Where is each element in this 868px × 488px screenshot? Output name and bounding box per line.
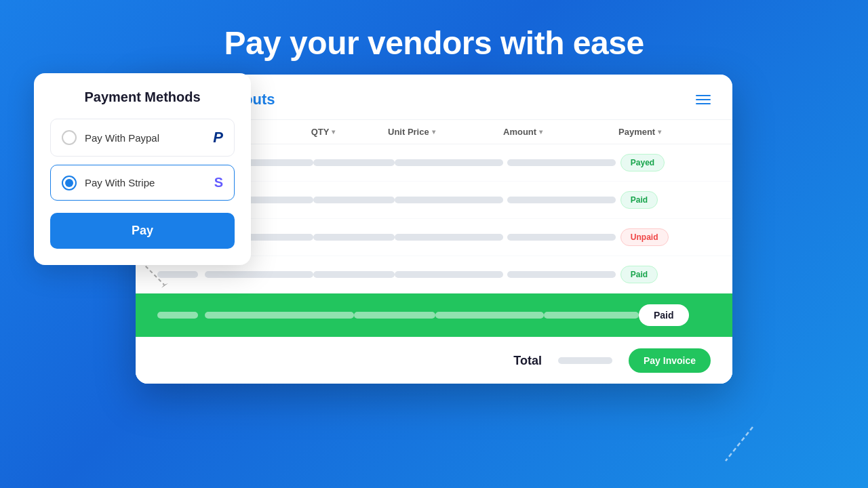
skeleton — [354, 312, 435, 319]
payment-methods-card: Payment Methods Pay With Paypal P Pay Wi… — [34, 73, 251, 265]
status-badge-paid: Paid — [639, 304, 689, 326]
menu-line-1 — [696, 95, 711, 96]
skeleton — [544, 312, 639, 319]
status-badge: Paid — [620, 266, 658, 283]
skeleton — [395, 234, 503, 241]
skeleton — [313, 197, 395, 203]
skeleton — [313, 234, 395, 241]
skeleton — [507, 159, 616, 166]
total-skeleton — [558, 357, 612, 364]
skeleton — [395, 159, 503, 166]
highlighted-table-row: Paid — [136, 293, 732, 338]
stripe-option-label: Pay With Stripe — [85, 177, 155, 188]
total-row: Total Pay Invoice — [136, 338, 732, 384]
skeleton — [313, 271, 395, 278]
skeleton — [395, 271, 503, 278]
skeleton — [435, 312, 544, 319]
paypal-option[interactable]: Pay With Paypal P — [50, 119, 235, 157]
total-label: Total — [513, 354, 542, 368]
skeleton — [507, 234, 616, 241]
status-badge: Paid — [620, 191, 658, 209]
skeleton — [507, 197, 616, 203]
skeleton — [205, 312, 354, 319]
paypal-option-label: Pay With Paypal — [85, 132, 159, 144]
paypal-icon: P — [213, 129, 223, 146]
skeleton — [205, 271, 313, 278]
menu-icon[interactable] — [696, 95, 711, 104]
pay-invoice-button[interactable]: Pay Invoice — [629, 348, 711, 373]
stripe-icon: S — [214, 175, 223, 190]
col-header-payment[interactable]: Payment ▾ — [618, 127, 711, 137]
hero-title: Pay your vendors with ease — [0, 0, 868, 62]
stripe-radio-inner — [65, 179, 73, 187]
status-badge: Payed — [620, 154, 665, 171]
skeleton — [313, 159, 395, 166]
stripe-option[interactable]: Pay With Stripe S — [50, 165, 235, 201]
col-header-qty[interactable]: QTY ▾ — [311, 127, 388, 137]
skeleton — [507, 271, 616, 278]
skeleton — [395, 197, 503, 203]
skeleton — [157, 312, 198, 319]
menu-line-2 — [696, 99, 711, 100]
payment-card-title: Payment Methods — [50, 89, 235, 105]
svg-marker-0 — [161, 283, 168, 288]
pay-button[interactable]: Pay — [50, 213, 235, 249]
col-header-amount[interactable]: Amount ▾ — [503, 127, 618, 137]
dashed-arrow-bottom — [712, 420, 760, 468]
menu-line-3 — [696, 103, 711, 104]
status-badge: Unpaid — [620, 228, 669, 246]
paypal-radio[interactable] — [62, 130, 77, 145]
col-header-unit-price[interactable]: Unit Price ▾ — [388, 127, 503, 137]
stripe-radio[interactable] — [62, 176, 77, 190]
